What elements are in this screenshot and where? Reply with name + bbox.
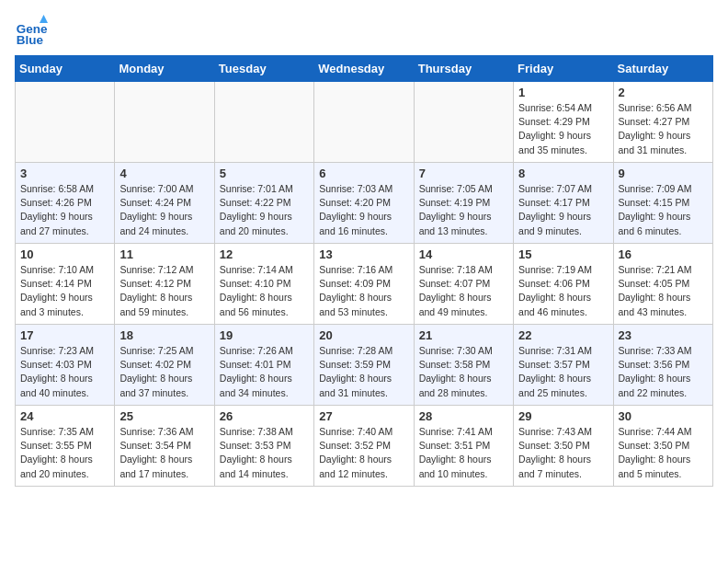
day-number: 8: [518, 167, 608, 180]
calendar-cell: 16Sunrise: 7:21 AM Sunset: 4:05 PM Dayli…: [613, 244, 712, 325]
logo-icon: General Blue: [15, 15, 48, 48]
svg-marker-2: [40, 15, 48, 23]
page-header: General Blue: [15, 15, 713, 48]
day-number: 29: [518, 409, 608, 423]
calendar-cell: 23Sunrise: 7:33 AM Sunset: 3:56 PM Dayli…: [613, 325, 712, 406]
calendar-cell: 7Sunrise: 7:05 AM Sunset: 4:19 PM Daylig…: [414, 163, 513, 244]
calendar-cell: 4Sunrise: 7:00 AM Sunset: 4:24 PM Daylig…: [115, 163, 214, 244]
calendar-cell: 22Sunrise: 7:31 AM Sunset: 3:57 PM Dayli…: [514, 325, 613, 406]
calendar-cell: 18Sunrise: 7:25 AM Sunset: 4:02 PM Dayli…: [115, 325, 214, 406]
day-number: 18: [119, 328, 209, 342]
day-info: Sunrise: 7:10 AM Sunset: 4:14 PM Dayligh…: [20, 263, 109, 319]
day-info: Sunrise: 7:43 AM Sunset: 3:50 PM Dayligh…: [518, 425, 608, 481]
day-number: 27: [319, 409, 408, 423]
day-number: 30: [619, 409, 708, 423]
calendar-cell: 17Sunrise: 7:23 AM Sunset: 4:03 PM Dayli…: [16, 325, 115, 406]
day-info: Sunrise: 7:44 AM Sunset: 3:50 PM Dayligh…: [619, 425, 708, 481]
day-number: 7: [419, 167, 508, 180]
calendar-cell: 2Sunrise: 6:56 AM Sunset: 4:27 PM Daylig…: [613, 82, 712, 163]
calendar-cell: 3Sunrise: 6:58 AM Sunset: 4:26 PM Daylig…: [16, 163, 115, 244]
calendar-cell: 26Sunrise: 7:38 AM Sunset: 3:53 PM Dayli…: [214, 406, 313, 487]
calendar-cell: 11Sunrise: 7:12 AM Sunset: 4:12 PM Dayli…: [115, 244, 214, 325]
header-cell-saturday: Saturday: [613, 56, 712, 82]
day-number: 23: [619, 328, 708, 342]
day-info: Sunrise: 7:25 AM Sunset: 4:02 PM Dayligh…: [119, 344, 209, 400]
day-number: 17: [20, 328, 109, 342]
day-number: 20: [319, 328, 408, 342]
header-cell-tuesday: Tuesday: [214, 56, 313, 82]
day-number: 11: [119, 247, 209, 261]
day-info: Sunrise: 7:09 AM Sunset: 4:15 PM Dayligh…: [619, 182, 708, 238]
calendar-cell: 19Sunrise: 7:26 AM Sunset: 4:01 PM Dayli…: [214, 325, 313, 406]
calendar-cell: [115, 82, 214, 163]
calendar-cell: 6Sunrise: 7:03 AM Sunset: 4:20 PM Daylig…: [314, 163, 414, 244]
day-info: Sunrise: 6:54 AM Sunset: 4:29 PM Dayligh…: [518, 101, 608, 157]
day-number: 12: [220, 247, 309, 261]
day-info: Sunrise: 7:33 AM Sunset: 3:56 PM Dayligh…: [619, 344, 708, 400]
header-cell-monday: Monday: [115, 56, 214, 82]
day-info: Sunrise: 7:12 AM Sunset: 4:12 PM Dayligh…: [119, 263, 209, 319]
day-info: Sunrise: 7:26 AM Sunset: 4:01 PM Dayligh…: [220, 344, 309, 400]
calendar-cell: [414, 82, 513, 163]
calendar-cell: 25Sunrise: 7:36 AM Sunset: 3:54 PM Dayli…: [115, 406, 214, 487]
day-info: Sunrise: 7:01 AM Sunset: 4:22 PM Dayligh…: [220, 182, 309, 238]
day-info: Sunrise: 7:00 AM Sunset: 4:24 PM Dayligh…: [119, 182, 209, 238]
day-info: Sunrise: 7:28 AM Sunset: 3:59 PM Dayligh…: [319, 344, 408, 400]
calendar-cell: 20Sunrise: 7:28 AM Sunset: 3:59 PM Dayli…: [314, 325, 414, 406]
header-cell-friday: Friday: [514, 56, 613, 82]
logo: General Blue: [15, 15, 51, 48]
calendar-cell: 27Sunrise: 7:40 AM Sunset: 3:52 PM Dayli…: [314, 406, 414, 487]
day-number: 26: [220, 409, 309, 423]
header-cell-thursday: Thursday: [414, 56, 513, 82]
day-number: 24: [20, 409, 109, 423]
calendar-cell: 13Sunrise: 7:16 AM Sunset: 4:09 PM Dayli…: [314, 244, 414, 325]
calendar-header: SundayMondayTuesdayWednesdayThursdayFrid…: [16, 56, 713, 82]
calendar-week-0: 1Sunrise: 6:54 AM Sunset: 4:29 PM Daylig…: [16, 82, 713, 163]
calendar-cell: 1Sunrise: 6:54 AM Sunset: 4:29 PM Daylig…: [514, 82, 613, 163]
day-number: 15: [518, 247, 608, 261]
day-info: Sunrise: 7:05 AM Sunset: 4:19 PM Dayligh…: [419, 182, 508, 238]
day-number: 19: [220, 328, 309, 342]
day-number: 22: [518, 328, 608, 342]
day-number: 9: [619, 167, 708, 180]
day-number: 13: [319, 247, 408, 261]
day-info: Sunrise: 7:18 AM Sunset: 4:07 PM Dayligh…: [419, 263, 508, 319]
day-info: Sunrise: 7:30 AM Sunset: 3:58 PM Dayligh…: [419, 344, 508, 400]
day-info: Sunrise: 7:14 AM Sunset: 4:10 PM Dayligh…: [220, 263, 309, 319]
day-number: 6: [319, 167, 408, 180]
day-info: Sunrise: 7:31 AM Sunset: 3:57 PM Dayligh…: [518, 344, 608, 400]
calendar-cell: [214, 82, 313, 163]
day-info: Sunrise: 7:19 AM Sunset: 4:06 PM Dayligh…: [518, 263, 608, 319]
day-info: Sunrise: 7:38 AM Sunset: 3:53 PM Dayligh…: [220, 425, 309, 481]
calendar-cell: 12Sunrise: 7:14 AM Sunset: 4:10 PM Dayli…: [214, 244, 313, 325]
day-info: Sunrise: 7:36 AM Sunset: 3:54 PM Dayligh…: [119, 425, 209, 481]
calendar-week-2: 10Sunrise: 7:10 AM Sunset: 4:14 PM Dayli…: [16, 244, 713, 325]
day-info: Sunrise: 7:23 AM Sunset: 4:03 PM Dayligh…: [20, 344, 109, 400]
day-number: 3: [20, 167, 109, 180]
day-number: 5: [220, 167, 309, 180]
day-number: 14: [419, 247, 508, 261]
calendar-cell: 21Sunrise: 7:30 AM Sunset: 3:58 PM Dayli…: [414, 325, 513, 406]
day-info: Sunrise: 7:35 AM Sunset: 3:55 PM Dayligh…: [20, 425, 109, 481]
day-number: 25: [119, 409, 209, 423]
day-info: Sunrise: 7:41 AM Sunset: 3:51 PM Dayligh…: [419, 425, 508, 481]
calendar-cell: 24Sunrise: 7:35 AM Sunset: 3:55 PM Dayli…: [16, 406, 115, 487]
calendar-cell: 30Sunrise: 7:44 AM Sunset: 3:50 PM Dayli…: [613, 406, 712, 487]
calendar-cell: 29Sunrise: 7:43 AM Sunset: 3:50 PM Dayli…: [514, 406, 613, 487]
day-info: Sunrise: 7:16 AM Sunset: 4:09 PM Dayligh…: [319, 263, 408, 319]
day-info: Sunrise: 6:58 AM Sunset: 4:26 PM Dayligh…: [20, 182, 109, 238]
day-number: 4: [119, 167, 209, 180]
day-number: 16: [619, 247, 708, 261]
day-number: 2: [619, 86, 708, 99]
day-number: 21: [419, 328, 508, 342]
day-info: Sunrise: 7:07 AM Sunset: 4:17 PM Dayligh…: [518, 182, 608, 238]
header-cell-wednesday: Wednesday: [314, 56, 414, 82]
calendar-week-1: 3Sunrise: 6:58 AM Sunset: 4:26 PM Daylig…: [16, 163, 713, 244]
day-number: 28: [419, 409, 508, 423]
day-info: Sunrise: 7:03 AM Sunset: 4:20 PM Dayligh…: [319, 182, 408, 238]
calendar-week-3: 17Sunrise: 7:23 AM Sunset: 4:03 PM Dayli…: [16, 325, 713, 406]
day-number: 1: [518, 86, 608, 99]
day-info: Sunrise: 7:40 AM Sunset: 3:52 PM Dayligh…: [319, 425, 408, 481]
calendar-cell: 15Sunrise: 7:19 AM Sunset: 4:06 PM Dayli…: [514, 244, 613, 325]
calendar-table: SundayMondayTuesdayWednesdayThursdayFrid…: [15, 55, 713, 487]
